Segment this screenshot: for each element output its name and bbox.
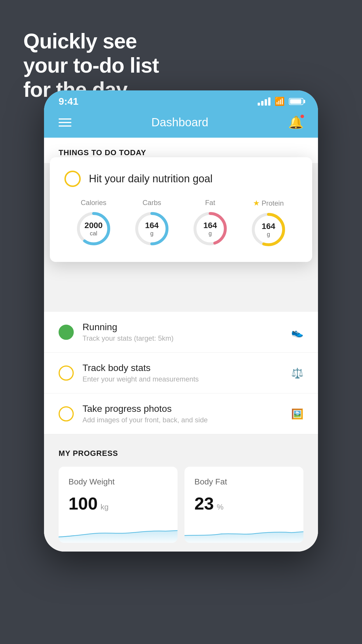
body-stats-title: Track body stats [82,363,282,373]
hamburger-menu[interactable] [59,118,71,127]
app-content: THINGS TO DO TODAY Hit your daily nutrit… [44,138,318,552]
fat-unit: g [203,230,217,236]
carbs-ring: 164 g [133,210,171,248]
body-fat-unit: % [217,503,224,512]
macros-row: Calories 2000 cal [64,199,298,249]
wifi-icon: 📶 [275,97,285,106]
notification-dot [300,114,305,119]
status-bar: 9:41 📶 [44,90,318,110]
protein-unit: g [262,231,275,237]
todo-item-photos[interactable]: Take progress photos Add images of your … [44,393,318,434]
body-weight-value-row: 100 kg [68,494,168,514]
status-icons: 📶 [258,97,303,106]
progress-section: MY PROGRESS Body Weight 100 kg [44,434,318,552]
macro-fat-label: Fat [205,199,215,207]
macro-calories: Calories 2000 cal [75,199,113,248]
todo-item-running[interactable]: Running Track your stats (target: 5km) 👟 [44,312,318,353]
macro-carbs: Carbs 164 g [133,199,171,248]
phone-shell: 9:41 📶 Dashboard 🔔 [44,90,318,552]
card-title-row: Hit your daily nutrition goal [64,171,298,187]
notification-bell[interactable]: 🔔 [288,115,303,130]
body-fat-value-row: 23 % [194,494,294,514]
battery-icon [289,98,303,105]
running-title: Running [82,322,282,332]
background: Quickly see your to-do list for the day.… [0,0,362,644]
star-icon: ★ [253,199,260,208]
calories-value: 2000 [85,221,103,230]
todo-list: Running Track your stats (target: 5km) 👟… [44,312,318,434]
body-weight-title: Body Weight [68,477,168,487]
card-title: Hit your daily nutrition goal [89,173,212,185]
calories-ring: 2000 cal [75,210,113,248]
running-checkbox[interactable] [59,325,74,340]
body-stats-subtitle: Enter your weight and measurements [82,375,282,383]
photos-subtitle: Add images of your front, back, and side [82,416,282,424]
macro-fat: Fat 164 g [191,199,229,248]
body-fat-chart [184,522,303,543]
body-stats-checkbox[interactable] [59,365,74,381]
body-weight-value: 100 [68,494,98,514]
macro-protein: ★ Protein 164 g [249,199,287,249]
body-weight-card: Body Weight 100 kg [59,467,178,543]
body-weight-unit: kg [101,503,108,512]
progress-cards: Body Weight 100 kg [59,467,303,543]
signal-icon [258,97,270,106]
progress-header: MY PROGRESS [59,449,303,458]
running-subtitle: Track your stats (target: 5km) [82,334,282,342]
macro-protein-label: ★ Protein [253,199,284,208]
scale-icon: ⚖️ [291,367,303,379]
carbs-unit: g [145,230,159,236]
body-fat-card: Body Fat 23 % [184,467,303,543]
protein-ring: 164 g [249,211,287,249]
calories-unit: cal [85,230,103,236]
running-icon: 👟 [291,326,303,338]
fat-ring: 164 g [191,210,229,248]
body-stats-text: Track body stats Enter your weight and m… [82,363,282,383]
carbs-value: 164 [145,221,159,230]
fat-value: 164 [203,221,217,230]
things-header-text: THINGS TO DO TODAY [59,148,146,157]
photos-title: Take progress photos [82,403,282,414]
macro-calories-label: Calories [81,199,106,207]
nav-title: Dashboard [151,116,208,129]
status-time: 9:41 [59,96,78,107]
nutrition-card: Hit your daily nutrition goal Calories [50,157,312,262]
body-fat-value: 23 [194,494,214,514]
body-weight-chart [59,522,178,543]
photo-icon: 🖼️ [291,408,303,420]
todo-item-body-stats[interactable]: Track body stats Enter your weight and m… [44,353,318,393]
body-fat-title: Body Fat [194,477,294,487]
nav-bar: Dashboard 🔔 [44,110,318,138]
photos-text: Take progress photos Add images of your … [82,403,282,424]
task-checkbox[interactable] [64,171,81,187]
protein-value: 164 [262,222,275,231]
macro-carbs-label: Carbs [143,199,161,207]
running-text: Running Track your stats (target: 5km) [82,322,282,342]
photos-checkbox[interactable] [59,406,74,421]
